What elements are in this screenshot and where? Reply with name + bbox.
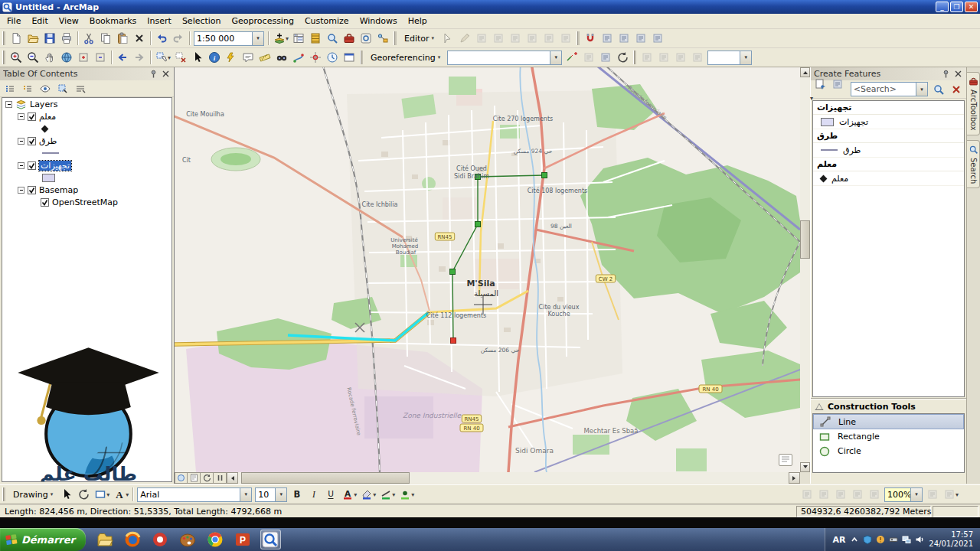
catalog-icon[interactable] [307, 30, 324, 47]
tab-search[interactable]: Search [967, 140, 980, 188]
open-folder-icon[interactable] [24, 30, 41, 47]
scroll-right-button[interactable] [789, 472, 800, 484]
toolbar-grip[interactable] [2, 31, 5, 45]
drawing-menu[interactable]: Drawing▾ [8, 487, 58, 502]
pin-icon[interactable] [941, 69, 951, 79]
font-combo[interactable]: Arial▾ [137, 487, 252, 502]
time-slider-icon[interactable] [324, 49, 341, 66]
clear-search-icon[interactable] [948, 81, 965, 98]
shield-icon[interactable] [863, 535, 872, 544]
zoom-in-icon[interactable] [8, 49, 24, 66]
scroll-left-button[interactable] [227, 472, 238, 484]
list-by-visibility-icon[interactable] [37, 80, 54, 97]
visibility-checkbox[interactable] [28, 112, 36, 121]
tab-arctoolbox[interactable]: ArcToolbox [967, 72, 980, 135]
toolbar-grip[interactable] [360, 51, 363, 64]
start-button[interactable]: Démarrer [0, 528, 86, 551]
toolbar-grip[interactable] [2, 487, 5, 501]
edit-combo[interactable]: ▾ [707, 51, 752, 65]
tree-expander[interactable] [18, 113, 24, 120]
maximize-button[interactable]: ❐ [950, 2, 963, 12]
menu-selection[interactable]: Selection [177, 14, 227, 28]
menu-customize[interactable]: Customize [299, 14, 354, 28]
map-horizontal-scrollbar[interactable] [175, 472, 800, 484]
visibility-checkbox[interactable] [28, 137, 36, 145]
point-snapping-icon[interactable] [599, 30, 616, 47]
fixed-zoom-in-icon[interactable] [75, 49, 92, 66]
adjust-brightness-icon[interactable] [832, 486, 849, 503]
list-by-selection-icon[interactable] [54, 80, 71, 97]
effects-layer-icon[interactable] [799, 486, 815, 503]
rotate-icon[interactable] [75, 486, 92, 503]
print-icon[interactable] [58, 30, 75, 47]
find-route-icon[interactable] [290, 49, 307, 66]
model-builder-icon[interactable] [374, 30, 391, 47]
find-icon[interactable] [273, 49, 290, 66]
tree-expander[interactable] [5, 101, 12, 108]
toolbar-grip[interactable] [577, 31, 580, 45]
layer-symbol-polygon[interactable] [2, 171, 172, 184]
minimize-button[interactable]: _ [936, 2, 949, 12]
paint-icon[interactable] [178, 530, 198, 549]
python-window-icon[interactable] [358, 30, 374, 47]
effects-percent-combo[interactable]: 100%▾ [884, 487, 923, 502]
table-of-contents-icon[interactable] [290, 30, 307, 47]
select-elements-icon[interactable] [58, 486, 75, 503]
language-indicator[interactable]: AR [832, 535, 845, 545]
toc-layer-Basemap[interactable]: Basemap [2, 184, 172, 196]
close-button[interactable]: ✕ [965, 2, 978, 12]
attributes-icon[interactable] [557, 30, 574, 47]
select-elements-icon[interactable] [189, 49, 206, 66]
clear-selection-icon[interactable] [172, 49, 189, 66]
volume-icon[interactable] [915, 535, 924, 544]
toc-layer-تجهيزات[interactable]: تجهيزات [2, 159, 172, 171]
usb-icon[interactable] [889, 535, 898, 544]
new-document-icon[interactable] [8, 30, 24, 47]
delete-icon[interactable] [131, 30, 148, 47]
toc-layer-OpenStreetMap[interactable]: OpenStreetMap [2, 196, 172, 208]
menu-geoprocessing[interactable]: Geoprocessing [227, 14, 299, 28]
menu-file[interactable]: File [2, 14, 26, 28]
end-snapping-icon[interactable] [616, 30, 632, 47]
sketch-properties-icon[interactable] [655, 49, 672, 66]
undo-icon[interactable] [153, 30, 170, 47]
list-by-drawing-order-icon[interactable] [2, 80, 18, 97]
tree-expander[interactable] [18, 187, 24, 194]
reshape-feature-icon[interactable] [541, 30, 557, 47]
measure-icon[interactable] [256, 49, 273, 66]
html-popup-icon[interactable] [240, 49, 256, 66]
full-extent-icon[interactable] [58, 49, 75, 66]
construction-tool-line[interactable]: Line [813, 414, 964, 429]
add-control-points-icon[interactable] [564, 49, 580, 66]
close-icon[interactable] [161, 69, 171, 79]
feature-template[interactable]: معلم [813, 171, 964, 186]
hyperlink-icon[interactable] [223, 49, 240, 66]
flicker-icon[interactable] [924, 486, 941, 503]
redo-icon[interactable] [170, 30, 187, 47]
georef-layer-combo[interactable]: ▾ [447, 51, 562, 65]
pause-icon[interactable] [941, 486, 958, 503]
pause-drawing-button[interactable] [214, 472, 227, 484]
save-icon[interactable] [41, 30, 58, 47]
transparency-icon[interactable] [849, 486, 866, 503]
menu-bookmarks[interactable]: Bookmarks [84, 14, 142, 28]
close-icon[interactable] [953, 69, 963, 79]
font-size-combo[interactable]: 10▾ [255, 487, 287, 502]
options-icon[interactable] [72, 80, 89, 97]
layer-symbol-point[interactable] [2, 122, 172, 135]
auto-registration-icon[interactable] [580, 49, 597, 66]
visibility-checkbox[interactable] [28, 161, 36, 170]
template-group-header[interactable]: تجهيزات [813, 101, 964, 115]
template-group-header[interactable]: معلم [813, 158, 964, 171]
construction-tool-rectangle[interactable]: Rectangle [813, 429, 964, 444]
tree-expander[interactable] [18, 162, 24, 169]
identify-icon[interactable]: i [206, 49, 223, 66]
update-icon[interactable] [876, 535, 885, 544]
network-icon[interactable] [902, 535, 911, 544]
horizontal-scroll-thumb[interactable] [241, 472, 410, 484]
search-window-icon[interactable] [324, 30, 341, 47]
pan-icon[interactable] [41, 49, 58, 66]
refresh-view-button[interactable] [201, 472, 214, 484]
toc-root-layers[interactable]: Layers [2, 98, 172, 110]
menu-edit[interactable]: Edit [26, 14, 53, 28]
